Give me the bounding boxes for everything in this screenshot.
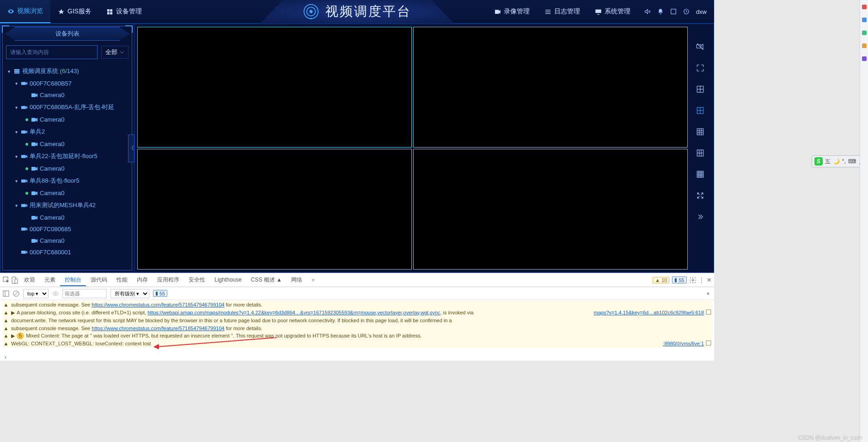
devtools-tab[interactable]: 安全性 bbox=[184, 274, 210, 285]
source-link[interactable]: :8980/#/vms/live:1 bbox=[654, 340, 704, 347]
video-cell-1[interactable] bbox=[413, 27, 688, 147]
console-line[interactable]: ▲▶A parser-blocking, cross site (i.e. di… bbox=[3, 309, 711, 317]
tree-device[interactable]: ▾单兵2 bbox=[0, 125, 134, 138]
info-count[interactable]: ▮ 55 bbox=[672, 276, 686, 283]
grid-4x4-button[interactable] bbox=[695, 169, 705, 179]
more-icon bbox=[696, 213, 704, 221]
device-icon bbox=[21, 250, 27, 255]
expand-button[interactable] bbox=[695, 190, 705, 201]
window-icon[interactable] bbox=[670, 8, 677, 15]
console-line[interactable]: ▲▶5Mixed Content: The page at '' was loa… bbox=[3, 332, 711, 340]
close-devtools-button[interactable]: × bbox=[707, 276, 711, 284]
kebab-icon[interactable]: ⋮ bbox=[699, 277, 704, 283]
video-cell-2[interactable] bbox=[137, 149, 412, 270]
device-tree[interactable]: ▾视频调度系统 (6/143)▾000F7C680B57Camera0▾000F… bbox=[0, 64, 134, 272]
tree-camera[interactable]: Camera0 bbox=[0, 163, 134, 174]
clear-console-icon[interactable] bbox=[13, 290, 19, 297]
grid-1x1-button[interactable] bbox=[695, 84, 705, 94]
mute-icon[interactable] bbox=[644, 8, 651, 15]
video-cell-0[interactable] bbox=[137, 27, 412, 147]
console-output[interactable]: ▲subsequent console message. See https:/… bbox=[0, 300, 714, 354]
filter-input[interactable] bbox=[62, 289, 107, 298]
nav-system-mgmt[interactable]: 系统管理 bbox=[587, 0, 638, 23]
console-line[interactable]: ▲subsequent console message. See https:/… bbox=[3, 301, 711, 309]
devtools-tab[interactable]: Lighthouse bbox=[210, 274, 246, 285]
devtools-tab[interactable]: 源代码 bbox=[86, 274, 112, 285]
fullscreen-button[interactable] bbox=[695, 63, 705, 73]
grid-2x2-button[interactable] bbox=[695, 105, 705, 116]
warning-count[interactable]: ▲ 10 bbox=[653, 277, 669, 283]
devtools-tab[interactable]: 欢迎 bbox=[19, 274, 40, 285]
status-dot bbox=[25, 192, 28, 195]
svg-point-48 bbox=[692, 279, 694, 281]
camera-off-button[interactable] bbox=[695, 42, 705, 52]
context-selector[interactable]: top ▾ bbox=[23, 289, 49, 298]
tree-camera[interactable]: Camera0 bbox=[0, 89, 134, 101]
devtools-tab[interactable]: CSS 概述 ▲ bbox=[246, 274, 287, 285]
nav-device-mgmt[interactable]: 设备管理 bbox=[99, 0, 149, 23]
camera-icon bbox=[31, 93, 37, 98]
console-line[interactable]: ▲WebGL: CONTEXT_LOST_WEBGL: loseContext:… bbox=[3, 340, 711, 348]
tree-camera[interactable]: Camera0 bbox=[0, 138, 134, 150]
warn-icon: ▲ bbox=[3, 325, 9, 332]
tree-device[interactable]: 000F7C680001 bbox=[0, 246, 134, 258]
tree-device[interactable]: ▾单兵88-丢包-floor5 bbox=[0, 174, 134, 187]
goto-icon[interactable] bbox=[706, 340, 711, 346]
nav-record-mgmt[interactable]: 录像管理 bbox=[487, 0, 537, 23]
nav-log-mgmt[interactable]: 日志管理 bbox=[537, 0, 587, 23]
console-prompt[interactable]: › bbox=[0, 354, 714, 361]
bell-icon[interactable] bbox=[657, 8, 664, 15]
tree-device[interactable]: ▾用来测试的MESH单兵42 bbox=[0, 199, 134, 212]
user-name[interactable]: dxw bbox=[696, 8, 714, 15]
ext-icon[interactable] bbox=[862, 43, 867, 48]
console-line[interactable]: ▲subsequent console message. See https:/… bbox=[3, 325, 711, 332]
grid-3x3-button[interactable] bbox=[695, 127, 705, 137]
filter-dropdown[interactable]: 全部 bbox=[101, 46, 128, 59]
grid-4x3-button[interactable] bbox=[695, 148, 705, 158]
nav-video-browse[interactable]: 视频浏览 bbox=[0, 0, 50, 23]
gear-icon[interactable] bbox=[705, 290, 711, 297]
console-link[interactable]: https://webapi.amap.com/maps/modules?v=1… bbox=[147, 310, 440, 315]
goto-icon[interactable] bbox=[706, 309, 711, 315]
tree-device[interactable]: ▾000F7C680B57 bbox=[0, 78, 134, 89]
devtools-tab[interactable]: 控制台 bbox=[60, 274, 86, 286]
ext-icon[interactable] bbox=[862, 31, 867, 35]
toolbar-info-count[interactable]: ▮ 55 bbox=[153, 290, 167, 297]
nav-left: 视频浏览 GIS服务 设备管理 bbox=[0, 0, 149, 23]
sidebar-toggle-icon[interactable] bbox=[3, 290, 9, 297]
devtools-tab[interactable]: 网络 bbox=[287, 274, 307, 285]
search-input[interactable] bbox=[6, 45, 98, 59]
refresh-icon[interactable] bbox=[683, 8, 690, 15]
devtools-tab[interactable]: 元素 bbox=[40, 274, 60, 285]
tree-camera[interactable]: Camera0 bbox=[0, 187, 134, 199]
svg-point-53 bbox=[55, 293, 56, 295]
level-selector[interactable]: 所有级别 ▾ bbox=[110, 289, 149, 298]
tree-root[interactable]: ▾视频调度系统 (6/143) bbox=[0, 65, 134, 78]
sidebar-collapse-button[interactable]: 《 bbox=[128, 135, 134, 162]
nav-gis[interactable]: GIS服务 bbox=[50, 0, 99, 23]
devtools-tab[interactable]: 内存 bbox=[132, 274, 153, 285]
more-button[interactable] bbox=[695, 212, 705, 222]
warn-icon: ▲ bbox=[3, 301, 9, 308]
tree-camera[interactable]: Camera0 bbox=[0, 235, 134, 246]
tree-device[interactable]: 000F7C080685 bbox=[0, 223, 134, 235]
eye-icon[interactable] bbox=[52, 290, 59, 297]
console-link[interactable]: https://www.chromestatus.com/feature/571… bbox=[92, 325, 224, 331]
inspect-icon[interactable] bbox=[3, 276, 10, 284]
source-link[interactable]: maps?v=1.4.15&key=6d…ab102c6c929fae5:618 bbox=[584, 309, 704, 316]
devtools-tab[interactable]: 性能 bbox=[112, 274, 132, 285]
add-tab-button[interactable]: + bbox=[308, 275, 318, 285]
ext-icon[interactable] bbox=[862, 18, 867, 22]
devtools-tab[interactable]: 应用程序 bbox=[153, 274, 184, 285]
tree-device[interactable]: ▾000F7C680B5A-乱序-丢包-时延 bbox=[0, 101, 134, 114]
ext-icon[interactable] bbox=[862, 56, 867, 61]
gear-icon[interactable] bbox=[690, 277, 696, 283]
tree-camera[interactable]: Camera0 bbox=[0, 212, 134, 223]
tree-device[interactable]: ▾单兵22-丢包加延时-floor5 bbox=[0, 150, 134, 163]
device-toggle-icon[interactable] bbox=[11, 276, 18, 284]
console-link[interactable]: https://www.chromestatus.com/feature/571… bbox=[92, 302, 224, 307]
ext-icon[interactable] bbox=[862, 5, 867, 9]
tree-camera[interactable]: Camera0 bbox=[0, 114, 134, 125]
console-line[interactable]: ▲document.write. The network request for… bbox=[3, 317, 711, 325]
video-cell-3[interactable] bbox=[413, 149, 688, 270]
